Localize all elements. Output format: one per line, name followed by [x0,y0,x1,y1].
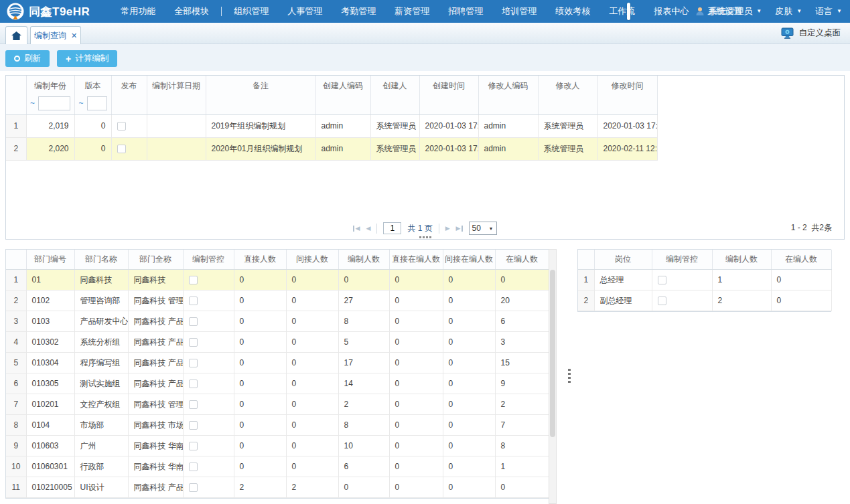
user-menu[interactable]: 系统管理员 ▼ [695,5,762,17]
table-row[interactable]: 7010201文控产权组同鑫科技 管理咨询002002 [6,394,549,415]
table-row[interactable]: 11010210005UI设计同鑫科技 产品研发220000 [6,477,549,498]
nav-item-reports[interactable]: 报表中心 [644,5,698,17]
page-number-input[interactable] [383,222,401,234]
nav-item-attendance[interactable]: 考勤管理 [332,5,385,17]
cell-full_name: 同鑫科技 管理咨询 [128,394,183,415]
row-number: 6 [6,373,26,394]
table-row[interactable]: 1001060301行政部同鑫科技 华南基地006001 [6,456,549,477]
version-filter-input[interactable] [87,96,107,110]
vertical-splitter-handle[interactable] [566,367,573,385]
cell-direct: 0 [234,456,286,477]
cell-code: 0104 [26,415,74,436]
checkbox[interactable] [189,421,198,430]
table-row[interactable]: 30103产品研发中心同鑫科技 产品研发008006 [6,311,549,332]
cell-direct_active: 0 [389,353,443,373]
pager-separator [439,224,439,234]
cell-direct: 0 [234,436,286,456]
nav-item-training[interactable]: 培训管理 [492,5,546,17]
table-row[interactable]: 22,02002020年01月组织编制规划admin系统管理员2020-01-0… [6,137,657,160]
checkbox-cell [183,456,234,477]
tab-bianzhi-chaxun[interactable]: 编制查询 ✕ [30,26,81,44]
calculate-button[interactable]: + 计算编制 [57,50,117,67]
checkbox[interactable] [658,276,666,284]
checkbox[interactable] [658,297,666,305]
nav-item-workflow[interactable]: 工作流 [599,5,644,17]
cell-full_name: 同鑫科技 [128,270,183,290]
cell-modifier: 系统管理员 [538,137,597,160]
table-row[interactable]: 101同鑫科技同鑫科技000000 [6,270,549,290]
checkbox[interactable] [189,380,198,388]
next-page-button[interactable]: ▶ [445,225,450,232]
last-page-button[interactable]: ▶ [456,225,463,232]
position-header-row: 岗位 编制管控 编制人数 在编人数 [578,250,831,270]
page-size-select[interactable]: 50 ▼ [469,222,497,235]
vertical-scrollbar[interactable] [549,249,557,504]
checkbox[interactable] [189,297,198,305]
cell-full_name: 同鑫科技 管理咨询 [128,290,183,311]
cell-indirect: 2 [286,477,338,498]
checkbox[interactable] [117,122,126,131]
col-modifier-code: 修改人编码 [478,76,538,114]
cell-plan: 0 [338,477,389,498]
cell-indirect_active: 0 [443,311,495,332]
checkbox-cell [183,436,234,456]
close-icon[interactable]: ✕ [71,31,77,40]
nav-item-salary[interactable]: 薪资管理 [385,5,439,17]
horizontal-splitter-handle[interactable] [418,235,433,240]
refresh-label: 刷新 [24,53,41,64]
table-row[interactable]: 80104市场部同鑫科技 市场部008007 [6,415,549,436]
cell-full_name: 同鑫科技 华南基地 [128,436,183,456]
nav-item-common[interactable]: 常用功能 [111,5,165,17]
cell-active: 9 [495,373,549,394]
table-row[interactable]: 5010304程序编写组同鑫科技 产品研发00170015 [6,353,549,373]
checkbox[interactable] [189,442,198,450]
chevron-down-icon: ▼ [489,226,494,231]
first-page-button[interactable]: ◀ [353,225,360,232]
checkbox[interactable] [117,145,126,153]
checkbox[interactable] [189,317,198,326]
language-label: 语言 [815,5,833,17]
plan-table: 编制年份 ~ 版本 ~ 发布 编制计算日期 [6,76,658,161]
year-filter-input[interactable] [38,96,70,110]
col-indirect-active: 间接在编人数 [443,250,495,270]
language-menu[interactable]: 语言 ▼ [815,5,842,17]
table-row[interactable]: 9010603广州同鑫科技 华南基地0010008 [6,436,549,456]
checkbox[interactable] [189,338,198,347]
table-row[interactable]: 20102管理咨询部同鑫科技 管理咨询00270020 [6,290,549,311]
checkbox-cell [652,270,712,290]
nav-item-recruit[interactable]: 招聘管理 [439,5,492,17]
table-row[interactable]: 4010302系统分析组同鑫科技 产品研发005003 [6,332,549,353]
nav-item-hr[interactable]: 人事管理 [278,5,332,17]
cell-plan: 10 [338,436,389,456]
cell-name: 程序编写组 [74,353,128,373]
checkbox[interactable] [189,463,198,471]
table-row[interactable]: 2副总经理20 [578,290,831,311]
cell-name: 广州 [74,436,128,456]
nav-scroll-handle[interactable] [627,3,630,20]
cell-active: 0 [495,270,549,290]
refresh-button[interactable]: 刷新 [5,50,50,67]
tab-home[interactable] [5,26,27,44]
col-creator: 创建人 [370,76,419,114]
cell-created: 2020-01-03 17:51:5 [419,137,478,160]
prev-page-button[interactable]: ◀ [366,225,370,232]
table-row[interactable]: 6010305测试实施组同鑫科技 产品研发0014009 [6,373,549,394]
cell-direct: 2 [234,477,286,498]
home-icon [11,31,21,40]
nav-item-org[interactable]: 组织管理 [224,5,278,17]
table-row[interactable]: 1总经理10 [578,270,831,290]
cell-plan: 6 [338,456,389,477]
app-logo[interactable]: 同鑫T9eHR [7,3,90,20]
checkbox[interactable] [189,359,198,367]
custom-desktop-button[interactable]: 自定义桌面 [781,27,841,39]
table-row[interactable]: 12,01902019年组织编制规划admin系统管理员2020-01-03 1… [6,114,657,137]
nav-item-performance[interactable]: 绩效考核 [546,5,599,17]
nav-item-modules[interactable]: 全部模块 [165,5,218,17]
checkbox[interactable] [189,276,198,284]
scrollbar-thumb[interactable] [550,270,555,437]
col-created: 创建时间 [419,76,478,114]
checkbox[interactable] [189,483,198,492]
checkbox[interactable] [189,400,198,409]
cell-post: 总经理 [594,270,652,290]
skin-menu[interactable]: 皮肤 ▼ [775,5,802,17]
